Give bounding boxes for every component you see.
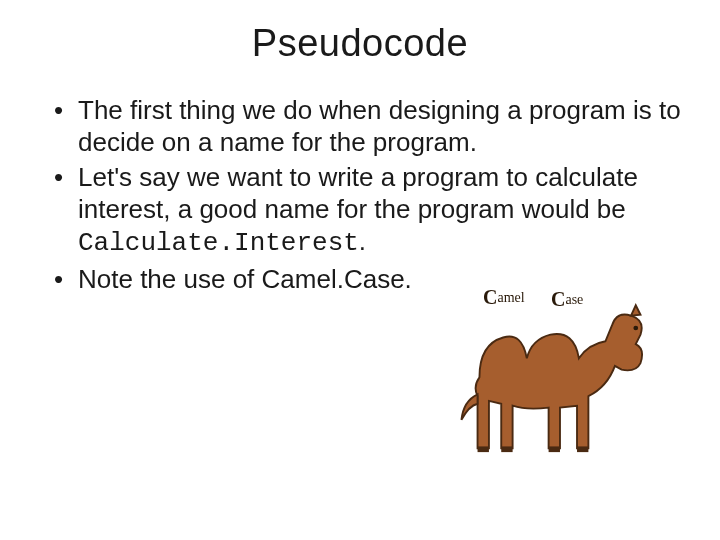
camel-label-1: Camel [483,286,525,309]
svg-rect-2 [549,446,560,452]
bullet-text: The first thing we do when designing a p… [78,95,681,157]
bullet-list: The first thing we do when designing a p… [54,95,684,295]
slide: Pseudocode The first thing we do when de… [0,22,720,540]
camel-label-1-rest: amel [497,290,524,305]
svg-rect-3 [577,446,588,452]
bullet-item: Note the use of Camel.Case. [54,264,684,296]
camel-label-2-rest: ase [565,292,583,307]
bullet-item: The first thing we do when designing a p… [54,95,684,158]
code-literal: Calculate.Interest [78,228,359,258]
bullet-text-post: . [359,226,366,256]
bullet-text: Note the use of Camel.Case. [78,264,412,294]
slide-title: Pseudocode [0,22,720,65]
camelcase-illustration: Camel Case [443,292,658,472]
svg-rect-0 [478,446,489,452]
bullet-text: Let's say we want to write a program to … [78,162,638,224]
slide-content: The first thing we do when designing a p… [0,95,720,295]
camel-label-2-cap: C [551,288,565,310]
camel-icon [443,292,658,472]
svg-rect-1 [501,446,512,452]
camel-eye-icon [633,326,638,331]
camel-label-2: Case [551,288,583,311]
bullet-item: Let's say we want to write a program to … [54,162,684,259]
camel-label-1-cap: C [483,286,497,308]
